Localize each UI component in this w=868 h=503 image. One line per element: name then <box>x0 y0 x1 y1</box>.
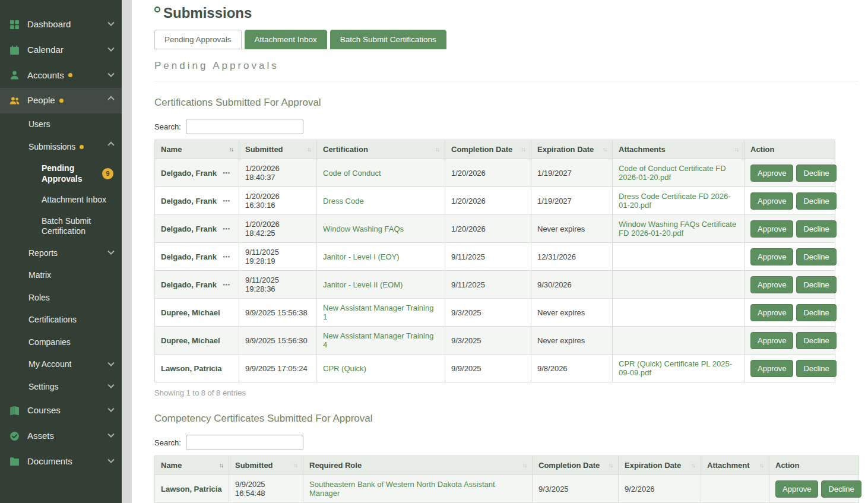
sidebar-item-people[interactable]: People <box>0 88 122 113</box>
sidebar-item-accounts[interactable]: Accounts <box>0 63 122 88</box>
row-menu-icon[interactable]: ⋯ <box>223 197 230 205</box>
certifications-search-input[interactable] <box>186 119 303 134</box>
column-header-expiration-date[interactable]: Expiration Date↑↓ <box>619 456 701 475</box>
table-row: Dupree, Michael9/9/2025 15:56:38New Assi… <box>155 299 835 327</box>
column-header-expiration-date[interactable]: Expiration Date↑↓ <box>531 140 613 159</box>
competency-search-input[interactable] <box>186 435 303 450</box>
approve-button[interactable]: Approve <box>750 220 793 238</box>
notification-dot-icon <box>68 73 72 77</box>
column-header-name[interactable]: Name↑↓ <box>155 456 229 475</box>
sidebar-item-submissions[interactable]: Submissions <box>0 136 122 159</box>
certification-link[interactable]: CPR (Quick) <box>323 364 366 373</box>
row-name: Delgado, Frank <box>161 169 217 178</box>
name-cell: Delgado, Frank⋯ <box>155 159 239 187</box>
tab-batch-submit-certifications[interactable]: Batch Submit Certifications <box>330 30 446 49</box>
account-icon <box>9 70 20 80</box>
sidebar-item-users[interactable]: Users <box>0 113 122 136</box>
decline-button[interactable]: Decline <box>796 248 836 265</box>
column-header-name[interactable]: Name↑↓ <box>155 140 239 159</box>
column-header-certification[interactable]: Certification↑↓ <box>317 140 445 159</box>
sidebar-item-batch-submit-certification[interactable]: Batch Submit Certification <box>0 211 122 242</box>
certification-link[interactable]: New Assistant Manager Training 1 <box>323 303 433 321</box>
decline-button[interactable]: Decline <box>796 276 836 293</box>
row-menu-icon[interactable]: ⋯ <box>223 252 230 261</box>
completion-cell: 9/3/2025 <box>445 299 531 327</box>
row-menu-icon[interactable]: ⋯ <box>223 280 230 289</box>
expiration-cell: 12/31/2026 <box>531 243 613 271</box>
certifications-section: Certifications Submitted For Approval Se… <box>154 97 859 397</box>
action-cell: ApproveDecline <box>745 327 835 355</box>
tab-pending-approvals[interactable]: Pending Approvals <box>154 30 242 49</box>
certification-cell: Janitor - Level II (EOM) <box>317 271 445 299</box>
certification-cell: New Assistant Manager Training 4 <box>317 327 445 355</box>
sort-icon: ↑↓ <box>435 146 439 153</box>
sidebar-item-label: Certifications <box>28 315 77 325</box>
column-header-completion-date[interactable]: Completion Date↑↓ <box>445 140 531 159</box>
sidebar-item-label: Matrix <box>28 270 51 281</box>
decline-button[interactable]: Decline <box>821 480 861 498</box>
decline-button[interactable]: Decline <box>796 304 836 321</box>
approve-button[interactable]: Approve <box>750 360 793 377</box>
attachment-link[interactable]: Window Washing FAQs Certificate FD 2026-… <box>619 220 736 238</box>
certification-cell: Janitor - Level I (EOY) <box>317 243 445 271</box>
column-header-submitted[interactable]: Submitted↑↓ <box>239 140 317 159</box>
tab-attachment-inbox[interactable]: Attachment Inbox <box>245 30 327 49</box>
sidebar-item-settings[interactable]: Settings <box>0 376 122 398</box>
sidebar-item-calendar[interactable]: Calendar <box>0 37 122 63</box>
approve-button[interactable]: Approve <box>750 276 793 293</box>
sidebar-item-pending-approvals[interactable]: Pending Approvals9 <box>0 158 122 189</box>
approve-button[interactable]: Approve <box>750 192 793 210</box>
table-row: Lawson, Patricia9/9/2025 16:54:48Southea… <box>155 475 859 503</box>
column-label: Action <box>775 461 799 470</box>
sidebar-item-attachment-inbox[interactable]: Attachment Inbox <box>0 189 122 211</box>
column-header-completion-date[interactable]: Completion Date↑↓ <box>533 456 619 475</box>
attachment-link[interactable]: Dress Code Certificate FD 2026-01-20.pdf <box>619 192 731 210</box>
column-header-submitted[interactable]: Submitted↑↓ <box>229 456 303 475</box>
sidebar-item-assets[interactable]: Assets <box>0 423 122 449</box>
column-header-required-role[interactable]: Required Role↑↓ <box>303 456 533 475</box>
sidebar-item-label: Documents <box>27 456 72 467</box>
column-header-attachments[interactable]: Attachments↑↓ <box>613 140 745 159</box>
certification-link[interactable]: Janitor - Level I (EOY) <box>323 252 400 261</box>
approve-button[interactable]: Approve <box>750 332 793 349</box>
sidebar-item-dashboard[interactable]: Dashboard <box>0 12 122 37</box>
role-cell: Southeastern Bank of Western North Dakot… <box>303 475 533 503</box>
certification-link[interactable]: Dress Code <box>323 197 364 205</box>
decline-button[interactable]: Decline <box>796 332 836 349</box>
sidebar-item-reports[interactable]: Reports <box>0 242 122 265</box>
sidebar-item-companies[interactable]: Companies <box>0 331 122 354</box>
table-row: Delgado, Frank⋯1/20/2026 18:40:37Code of… <box>155 159 835 187</box>
scrollbar-gutter[interactable] <box>122 0 132 503</box>
count-badge: 9 <box>102 168 113 179</box>
column-label: Completion Date <box>451 145 512 154</box>
approve-button[interactable]: Approve <box>775 480 818 498</box>
certification-link[interactable]: Code of Conduct <box>323 169 381 178</box>
approve-button[interactable]: Approve <box>750 248 793 265</box>
decline-button[interactable]: Decline <box>796 360 836 377</box>
role-link[interactable]: Southeastern Bank of Western North Dakot… <box>309 480 495 498</box>
decline-button[interactable]: Decline <box>796 192 836 210</box>
certification-link[interactable]: Window Washing FAQs <box>323 224 404 233</box>
attachment-link[interactable]: Code of Conduct Certificate FD 2026-01-2… <box>619 164 726 182</box>
table-row: Lawson, Patricia9/9/2025 17:05:24CPR (Qu… <box>155 355 835 382</box>
row-menu-icon[interactable]: ⋯ <box>223 169 230 178</box>
sidebar-item-certifications[interactable]: Certifications <box>0 309 122 331</box>
sidebar-item-matrix[interactable]: Matrix <box>0 264 122 287</box>
sidebar-item-documents[interactable]: Documents <box>0 449 122 474</box>
completion-cell: 1/20/2026 <box>445 215 531 243</box>
attachment-cell: Code of Conduct Certificate FD 2026-01-2… <box>613 159 745 187</box>
sidebar-item-my-account[interactable]: My Account <box>0 353 122 376</box>
attachment-link[interactable]: CPR (Quick) Certificate PL 2025-09-09.pd… <box>619 359 732 377</box>
decline-button[interactable]: Decline <box>796 164 836 182</box>
approve-button[interactable]: Approve <box>750 304 793 321</box>
decline-button[interactable]: Decline <box>796 220 836 238</box>
column-header-attachment[interactable]: Attachment↑↓ <box>701 456 769 475</box>
certification-link[interactable]: New Assistant Manager Training 4 <box>323 331 433 349</box>
name-cell: Dupree, Michael <box>155 299 239 327</box>
sidebar-item-roles[interactable]: Roles <box>0 287 122 309</box>
sidebar-item-courses[interactable]: Courses <box>0 398 122 423</box>
row-menu-icon[interactable]: ⋯ <box>223 224 230 233</box>
attachment-cell <box>613 299 745 327</box>
certification-link[interactable]: Janitor - Level II (EOM) <box>323 280 403 289</box>
approve-button[interactable]: Approve <box>750 164 793 182</box>
